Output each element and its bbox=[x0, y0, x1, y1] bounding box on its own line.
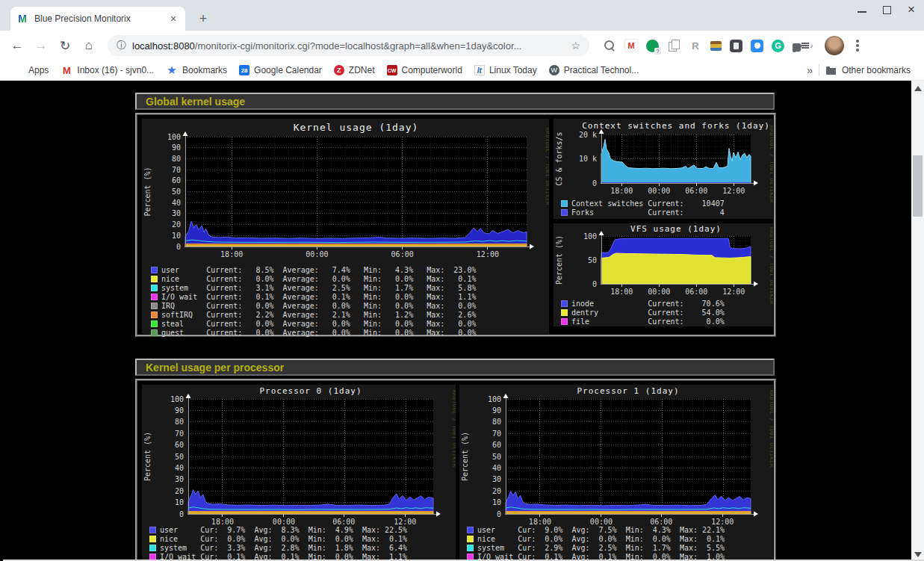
legend-text: nice Current: 0.0% Average: 0.0% Min: 0.… bbox=[161, 275, 476, 283]
legend-swatch bbox=[561, 309, 568, 316]
tab-close-icon[interactable]: × bbox=[167, 13, 179, 25]
bookmark-item-linux-today[interactable]: ltLinux Today bbox=[468, 62, 543, 78]
section-body-global-kernel-usage: 010203040506070809010018:0000:0006:0012:… bbox=[135, 113, 776, 337]
svg-text:70: 70 bbox=[175, 430, 184, 438]
zoom-icon[interactable] bbox=[751, 40, 763, 52]
gmail-icon[interactable]: M bbox=[624, 39, 638, 52]
legend-text: dentry Current: 54.0% bbox=[571, 309, 725, 317]
legend-swatch bbox=[561, 209, 568, 216]
legend-swatch bbox=[151, 303, 158, 309]
vertical-scrollbar[interactable] bbox=[911, 81, 924, 561]
svg-text:12:00: 12:00 bbox=[722, 288, 745, 296]
copy-pages-icon[interactable] bbox=[667, 39, 680, 52]
legend-row: system Cur: 3.3% Avg: 2.8% Min: 1.8% Max… bbox=[149, 543, 407, 552]
bookmark-label: Linux Today bbox=[489, 65, 537, 75]
chart-legend: user Cur: 9.7% Avg: 8.3% Min: 4.9% Max: … bbox=[149, 525, 407, 561]
bookmark-item-bookmarks[interactable]: ★Bookmarks bbox=[160, 62, 233, 78]
menu-kebab-icon[interactable] bbox=[856, 44, 859, 47]
legend-swatch bbox=[151, 312, 158, 318]
maximize-button[interactable] bbox=[883, 6, 891, 14]
section-title: Kernel usage per processor bbox=[146, 362, 284, 374]
bookmark-item-computerworld[interactable]: CWComputerworld bbox=[381, 62, 468, 78]
search-icon[interactable] bbox=[603, 39, 616, 52]
profile-avatar[interactable] bbox=[825, 36, 844, 55]
legend-text: inode Current: 70.6% bbox=[571, 300, 725, 308]
close-button[interactable]: × bbox=[908, 4, 915, 15]
svg-text:20: 20 bbox=[492, 487, 501, 495]
legend-swatch bbox=[151, 294, 158, 300]
svg-text:Percent (%): Percent (%) bbox=[143, 167, 152, 216]
processor-1-chart: 010203040506070809010018:0000:0006:0012:… bbox=[459, 385, 773, 561]
legend-text: I/O wait Current: 0.1% Average: 0.1% Min… bbox=[161, 293, 476, 301]
bookmarks-overflow-chevron[interactable]: » bbox=[801, 64, 819, 76]
bookmark-item-inbox-16-sjvn0[interactable]: MInbox (16) - sjvn0... bbox=[55, 62, 160, 78]
legend-swatch bbox=[561, 318, 568, 325]
r-extension-icon[interactable]: R bbox=[689, 39, 702, 52]
svg-text:80: 80 bbox=[172, 155, 181, 163]
other-bookmarks-button[interactable]: Other bookmarks bbox=[819, 62, 917, 78]
svg-text:0: 0 bbox=[179, 510, 184, 518]
site-info-icon[interactable]: ⓘ bbox=[117, 39, 126, 52]
extension-icons: MRG bbox=[603, 39, 801, 52]
address-bar[interactable]: ⓘ localhost:8080/monitorix-cgi/monitorix… bbox=[108, 35, 589, 56]
svg-text:Percent (%): Percent (%) bbox=[555, 235, 563, 285]
bookmark-item-google-calendar[interactable]: 28Google Calendar bbox=[233, 62, 328, 78]
bookmark-label: ZDNet bbox=[349, 65, 375, 75]
scrollbar-thumb[interactable] bbox=[913, 155, 923, 217]
browser-tab[interactable]: M Blue Precision Monitorix × bbox=[10, 7, 185, 31]
grammarly-icon[interactable]: G bbox=[772, 40, 784, 52]
svg-text:100: 100 bbox=[167, 133, 181, 141]
svg-text:60: 60 bbox=[175, 441, 184, 449]
svg-text:VFS usage (1day): VFS usage (1day) bbox=[630, 224, 722, 234]
legend-row: I/O wait Current: 0.1% Average: 0.1% Min… bbox=[151, 292, 476, 301]
legend-text: nice Cur: 0.0% Avg: 0.0% Min: 0.0% Max: … bbox=[477, 535, 725, 543]
scroll-down-icon[interactable] bbox=[914, 552, 922, 557]
media-list-icon[interactable]: ♪ bbox=[801, 39, 814, 52]
forward-button[interactable]: → bbox=[31, 38, 51, 53]
svg-text:06:00: 06:00 bbox=[685, 288, 707, 296]
kernel-usage-chart: 010203040506070809010018:0000:0006:0012:… bbox=[142, 119, 549, 334]
svg-text:Processor 0 (1day): Processor 0 (1day) bbox=[259, 386, 362, 396]
bookmark-item-apps[interactable]: Apps bbox=[7, 62, 55, 78]
legend-text: system Cur: 2.9% Avg: 2.5% Min: 1.7% Max… bbox=[477, 544, 725, 552]
svg-text:10 k: 10 k bbox=[579, 155, 597, 163]
context-switches-chart: 010 k20 k18:0000:0006:0012:00Context swi… bbox=[554, 119, 773, 219]
section-title: Global kernel usage bbox=[146, 96, 245, 108]
bookmark-star-icon[interactable]: ☆ bbox=[571, 40, 580, 52]
svg-text:RRDTOOL / TOBI OETIKER: RRDTOOL / TOBI OETIKER bbox=[769, 390, 773, 468]
scroll-up-icon[interactable] bbox=[914, 86, 922, 91]
minimize-button[interactable] bbox=[858, 7, 866, 13]
bookmark-label: Practical Technol... bbox=[564, 65, 639, 75]
legend-row: file Current: 0.0% bbox=[561, 317, 725, 326]
legend-row: user Cur: 9.0% Avg: 7.5% Min: 4.3% Max: … bbox=[467, 525, 725, 534]
voice-icon[interactable] bbox=[646, 40, 659, 52]
legend-swatch bbox=[151, 267, 158, 273]
vfs-usage-chart: 05010018:0000:0006:0012:00VFS usage (1da… bbox=[554, 223, 773, 326]
svg-text:RRDTOOL / TOBI OETIKER: RRDTOOL / TOBI OETIKER bbox=[769, 227, 773, 305]
tab-title: Blue Precision Monitorix bbox=[34, 13, 167, 24]
legend-row: nice Cur: 0.0% Avg: 0.0% Min: 0.0% Max: … bbox=[149, 534, 407, 543]
legend-row: softIRQ Current: 2.2% Average: 2.1% Min:… bbox=[151, 310, 476, 319]
zdnet-icon: Z bbox=[334, 65, 344, 75]
reload-button[interactable]: ↻ bbox=[55, 38, 75, 54]
apps-icon bbox=[13, 65, 24, 75]
other-bookmarks-label: Other bookmarks bbox=[842, 65, 911, 75]
svg-text:100: 100 bbox=[583, 232, 597, 241]
extensions-puzzle-icon[interactable] bbox=[793, 43, 801, 52]
url-text[interactable]: localhost:8080/monitorix-cgi/monitorix.c… bbox=[132, 40, 565, 52]
books-icon[interactable] bbox=[710, 41, 722, 51]
bookmark-item-zdnet[interactable]: ZZDNet bbox=[328, 62, 381, 78]
folder-icon bbox=[826, 68, 836, 75]
back-button[interactable]: ← bbox=[7, 38, 27, 53]
home-button[interactable]: ⌂ bbox=[79, 38, 99, 53]
section-header-kernel-usage-per-processor: Kernel usage per processor bbox=[135, 359, 775, 376]
cw-icon: CW bbox=[387, 65, 397, 75]
svg-text:20: 20 bbox=[175, 487, 184, 495]
legend-swatch bbox=[151, 329, 158, 336]
svg-text:90: 90 bbox=[492, 406, 501, 415]
legend-text: system Cur: 3.3% Avg: 2.8% Min: 1.8% Max… bbox=[160, 544, 407, 552]
pocket-icon[interactable] bbox=[730, 40, 742, 52]
new-tab-button[interactable]: + bbox=[194, 10, 212, 28]
legend-text: user Cur: 9.7% Avg: 8.3% Min: 4.9% Max: … bbox=[160, 526, 407, 534]
bookmark-item-practical-technol[interactable]: WPractical Technol... bbox=[543, 62, 645, 78]
